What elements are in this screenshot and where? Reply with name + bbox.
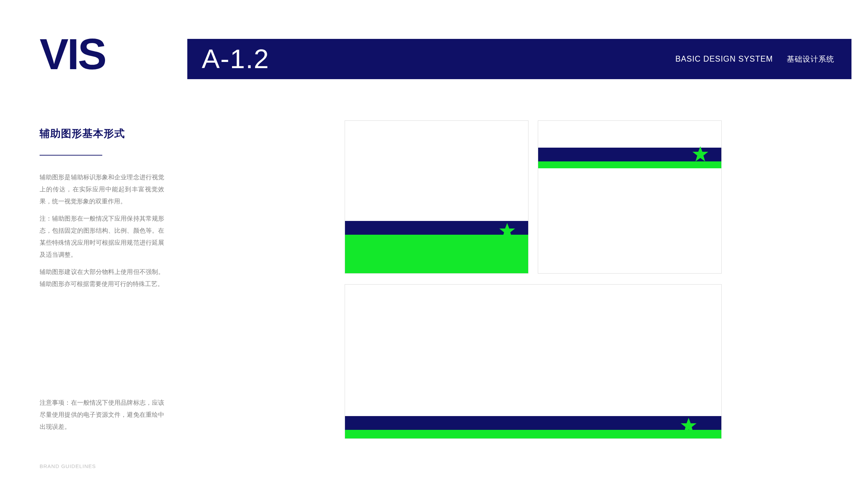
stripe-green — [345, 430, 721, 438]
stripe-green — [345, 235, 528, 273]
stripe-navy — [345, 416, 721, 430]
svg-marker-0 — [499, 223, 515, 238]
footer-brand-guidelines: BRAND GUIDELINES — [40, 463, 96, 469]
svg-marker-1 — [692, 146, 708, 161]
section-code: A-1.2 — [202, 43, 269, 75]
paragraph-1: 辅助图形是辅助标识形象和企业理念进行视觉上的传达，在实际应用中能起到丰富视觉效果… — [40, 171, 164, 208]
star-icon — [692, 146, 709, 163]
paragraph-4-notice: 注意事项：在一般情况下使用品牌标志，应该尽量使用提供的电子资源文件，避免在重绘中… — [40, 397, 164, 433]
section-underline — [40, 155, 102, 156]
paragraph-2: 注：辅助图形在一般情况下应用保持其常规形态，包括固定的图形结构、比例、颜色等。在… — [40, 213, 164, 261]
logo-vis: VIS — [40, 29, 105, 79]
header-title-en: BASIC DESIGN SYSTEM — [675, 54, 773, 64]
example-box-2 — [538, 120, 722, 274]
paragraph-3: 辅助图形建议在大部分物料上使用但不强制。辅助图形亦可根据需要使用可行的特殊工艺。 — [40, 266, 164, 290]
section-title: 辅助图形基本形式 — [40, 127, 125, 141]
header-bar: A-1.2 BASIC DESIGN SYSTEM 基础设计系统 — [187, 39, 851, 79]
page: VIS A-1.2 BASIC DESIGN SYSTEM 基础设计系统 辅助图… — [0, 0, 868, 488]
example-box-1 — [345, 120, 529, 274]
header-title-cn: 基础设计系统 — [787, 54, 834, 64]
header-right: BASIC DESIGN SYSTEM 基础设计系统 — [675, 54, 834, 64]
star-icon — [680, 417, 697, 434]
star-icon — [499, 222, 516, 240]
svg-marker-2 — [681, 418, 697, 433]
example-box-3 — [345, 284, 722, 439]
